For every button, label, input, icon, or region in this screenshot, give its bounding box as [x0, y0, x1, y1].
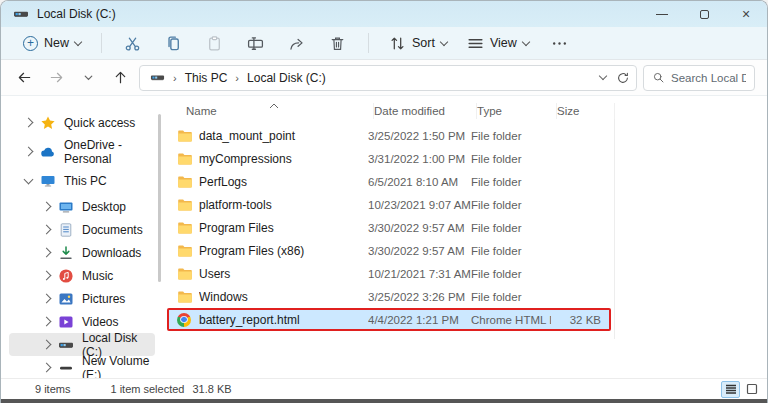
- address-bar[interactable]: › This PC › Local Disk (C:): [139, 65, 637, 91]
- sidebar-item-quick-access[interactable]: Quick access: [9, 108, 155, 137]
- monitor-icon: [40, 173, 56, 189]
- file-row-platform-tools[interactable]: platform-tools10/23/2021 9:07 AMFile fol…: [167, 193, 611, 216]
- column-header-type[interactable]: Type: [477, 103, 557, 119]
- more-button[interactable]: [541, 31, 578, 56]
- tree-expand-icon[interactable]: [24, 118, 34, 128]
- search-input[interactable]: [671, 72, 746, 84]
- file-date-modified: 10/21/2021 7:31 AM: [368, 268, 471, 280]
- sort-button-label: Sort: [412, 36, 435, 50]
- file-row-windows[interactable]: Windows3/25/2022 3:26 PMFile folder: [167, 285, 611, 308]
- column-header-date-modified[interactable]: Date modified: [374, 103, 477, 119]
- more-icon: [551, 35, 568, 52]
- tree-expand-icon[interactable]: [42, 248, 52, 258]
- file-date-modified: 3/25/2022 3:26 PM: [368, 291, 471, 303]
- new-button[interactable]: + New: [15, 32, 89, 55]
- sidebar-scrollbar[interactable]: [158, 114, 161, 282]
- refresh-icon[interactable]: [616, 71, 630, 85]
- chevron-down-icon: [81, 70, 96, 85]
- breadcrumb-local-disk[interactable]: Local Disk (C:): [247, 71, 326, 85]
- paste-button[interactable]: [196, 31, 233, 56]
- close-button[interactable]: ×: [725, 1, 767, 27]
- copy-button[interactable]: [155, 31, 192, 56]
- file-row-users[interactable]: Users10/21/2021 7:31 AMFile folder: [167, 262, 611, 285]
- folder-icon: [177, 174, 199, 190]
- forward-button[interactable]: [43, 65, 69, 91]
- tree-expand-icon[interactable]: [42, 317, 52, 327]
- pictures-icon: [58, 291, 74, 307]
- up-button[interactable]: [107, 65, 133, 91]
- file-type: File folder: [471, 176, 551, 188]
- sidebar-item-this-pc[interactable]: This PC: [9, 166, 155, 195]
- chrome-icon: [177, 313, 191, 327]
- toolbar-separator: [368, 33, 369, 53]
- command-bar: + New Sort View: [1, 27, 767, 60]
- rename-button[interactable]: [237, 31, 274, 56]
- view-button[interactable]: View: [459, 31, 537, 56]
- sidebar-item-label: Videos: [82, 315, 118, 329]
- window-controls: ×: [641, 1, 767, 27]
- tree-expand-icon[interactable]: [42, 363, 52, 373]
- file-type: File folder: [471, 199, 551, 211]
- cut-button[interactable]: [114, 31, 151, 56]
- sidebar-item-label: OneDrive - Personal: [64, 138, 155, 166]
- sort-button[interactable]: Sort: [381, 31, 455, 56]
- address-dropdown-icon[interactable]: [599, 72, 607, 80]
- file-row-battery-report-html[interactable]: battery_report.html4/4/2022 1:21 PMChrom…: [167, 308, 611, 331]
- forward-arrow-icon: [49, 70, 64, 85]
- back-arrow-icon: [17, 70, 32, 85]
- paste-icon: [206, 35, 223, 52]
- file-name: platform-tools: [199, 198, 368, 212]
- file-name: battery_report.html: [199, 313, 368, 327]
- tree-expand-icon[interactable]: [42, 225, 52, 235]
- star-icon: [40, 115, 56, 131]
- drive-icon: [58, 337, 74, 353]
- tree-expand-icon[interactable]: [42, 340, 52, 350]
- thumbnail-view-icon: [746, 383, 758, 395]
- copy-icon: [165, 35, 182, 52]
- file-date-modified: 3/30/2022 9:57 AM: [368, 222, 471, 234]
- recent-locations-button[interactable]: [75, 65, 101, 91]
- address-bar-row: › This PC › Local Disk (C:): [1, 60, 767, 96]
- thumbnail-view-button[interactable]: [742, 381, 761, 398]
- file-name: Program Files (x86): [199, 244, 368, 258]
- sidebar-item-documents[interactable]: Documents: [9, 218, 155, 241]
- breadcrumb-separator-icon: ›: [171, 72, 179, 84]
- file-row-program-files[interactable]: Program Files3/30/2022 9:57 AMFile folde…: [167, 216, 611, 239]
- close-icon: ×: [742, 6, 750, 22]
- sidebar-item-new-volume-e[interactable]: New Volume (E:): [9, 356, 155, 378]
- chevron-down-icon: [522, 37, 530, 45]
- sidebar-item-pictures[interactable]: Pictures: [9, 287, 155, 310]
- file-type: File folder: [471, 268, 551, 280]
- search-box[interactable]: [643, 65, 755, 91]
- maximize-button[interactable]: [683, 1, 725, 27]
- file-row-mycompressions[interactable]: myCompressions3/31/2022 1:00 PMFile fold…: [167, 147, 611, 170]
- tree-expand-icon[interactable]: [42, 294, 52, 304]
- details-view-button[interactable]: [721, 381, 740, 398]
- file-date-modified: 3/31/2022 1:00 PM: [368, 153, 471, 165]
- sidebar-item-desktop[interactable]: Desktop: [9, 195, 155, 218]
- breadcrumb-this-pc[interactable]: This PC: [185, 71, 228, 85]
- minimize-icon: [656, 14, 668, 15]
- sidebar-item-downloads[interactable]: Downloads: [9, 241, 155, 264]
- file-name: Windows: [199, 290, 368, 304]
- sort-ascending-icon: [269, 99, 279, 105]
- videos-icon: [58, 314, 74, 330]
- music-icon: [58, 268, 74, 284]
- share-button[interactable]: [278, 31, 315, 56]
- tree-expand-icon[interactable]: [24, 147, 34, 157]
- sidebar-item-music[interactable]: Music: [9, 264, 155, 287]
- column-header-size[interactable]: Size: [557, 103, 615, 119]
- delete-button[interactable]: [319, 31, 356, 56]
- tree-collapse-icon[interactable]: [24, 174, 34, 184]
- file-type: File folder: [471, 222, 551, 234]
- file-row-program-files-x86[interactable]: Program Files (x86)3/30/2022 9:57 AMFile…: [167, 239, 611, 262]
- tree-expand-icon[interactable]: [42, 202, 52, 212]
- tree-expand-icon[interactable]: [42, 271, 52, 281]
- file-row-data-mount-point[interactable]: data_mount_point3/25/2022 1:50 PMFile fo…: [167, 124, 611, 147]
- minimize-button[interactable]: [641, 1, 683, 27]
- file-row-perflogs[interactable]: PerfLogs6/5/2021 8:10 AMFile folder: [167, 170, 611, 193]
- rename-icon: [247, 35, 264, 52]
- sidebar-item-onedrive-personal[interactable]: OneDrive - Personal: [9, 137, 155, 166]
- back-button[interactable]: [11, 65, 37, 91]
- desktop-icon: [58, 199, 74, 215]
